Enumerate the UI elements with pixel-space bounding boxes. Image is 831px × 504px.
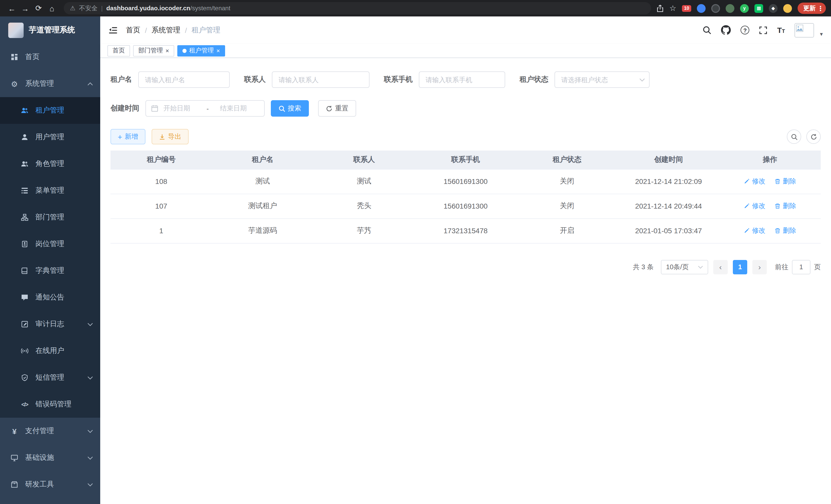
sidebar-item-dev-tools[interactable]: 研发工具 [0,471,100,498]
audit-log-icon [21,321,29,328]
avatar-caret-icon[interactable]: ▾ [820,31,823,37]
sidebar-item-home[interactable]: 首页 [0,44,100,70]
sidebar-item-menus[interactable]: 菜单管理 [0,177,100,204]
share-icon[interactable] [656,4,664,12]
sidebar-item-label: 基础设施 [25,453,54,463]
sidebar-item-label: 字典管理 [35,266,64,275]
sidebar-item-label: 短信管理 [35,373,64,382]
github-icon[interactable] [721,25,731,35]
tab-department[interactable]: 部门管理 × [133,45,174,56]
extension-icon-dark[interactable] [711,4,720,12]
next-page-button[interactable]: › [752,260,767,274]
extension-icon-blue[interactable] [697,4,706,12]
extension-icon-puzzle[interactable]: ◆ [769,4,778,12]
user-avatar[interactable] [795,23,814,37]
app-logo[interactable]: 芋道管理系统 [0,17,100,44]
close-icon[interactable]: × [166,48,169,54]
reset-button[interactable]: 重置 [318,100,356,117]
sidebar-item-tenant[interactable]: 租户管理 [0,97,100,124]
sidebar-collapse-icon[interactable] [109,25,118,35]
cell-tenant-name: 测试租户 [212,194,314,218]
extension-icon-wechat[interactable]: ▩ [754,4,763,12]
tenant-name-input[interactable] [138,71,230,88]
extension-icon-yuque[interactable]: y [740,4,749,12]
delete-link[interactable]: 删除 [774,177,796,186]
extension-icon-green[interactable] [726,4,735,12]
sidebar-item-infrastructure[interactable]: 基础设施 [0,444,100,471]
bookmark-star-icon[interactable]: ☆ [669,4,676,13]
tab-home[interactable]: 首页 [107,45,130,56]
security-label: 不安全 [79,4,98,12]
viewport: ← → ⟳ ⌂ ⚠ 不安全 | dashboard.yudao.iocoder.… [0,0,831,504]
breadcrumb-home[interactable]: 首页 [126,25,140,35]
status-select-input[interactable] [554,71,650,88]
chevron-down-icon [639,78,645,82]
edit-link[interactable]: 修改 [744,201,766,211]
sidebar-item-users[interactable]: 用户管理 [0,124,100,151]
extension-icon-yellow[interactable] [783,4,792,12]
field-label: 租户名 [111,75,132,84]
browser-reload-button[interactable]: ⟳ [32,2,45,15]
sidebar-item-roles[interactable]: 角色管理 [0,151,100,177]
close-icon[interactable]: × [217,48,220,54]
breadcrumb-system[interactable]: 系统管理 [152,25,180,35]
goto-page-input[interactable] [792,260,810,274]
browser-forward-button[interactable]: → [19,2,32,15]
contact-input[interactable] [272,71,370,88]
sidebar-item-audit-log[interactable]: 审计日志 [0,311,100,337]
search-button[interactable]: 搜索 [271,100,309,117]
org-tree-icon [21,214,29,221]
url-domain: dashboard.yudao.iocoder.cn [106,5,191,12]
prev-page-button[interactable]: ‹ [713,260,728,274]
delete-link[interactable]: 删除 [774,201,796,211]
browser-home-button[interactable]: ⌂ [45,2,59,15]
browser-back-button[interactable]: ← [5,2,19,15]
address-bar[interactable]: ⚠ 不安全 | dashboard.yudao.iocoder.cn/syste… [64,2,651,14]
chrome-update-button[interactable]: 更新 ⋮ [798,3,826,14]
sidebar-item-online-users[interactable]: 在线用户 [0,337,100,364]
help-icon[interactable]: ? [741,26,749,34]
sidebar-item-sms[interactable]: 短信管理 [0,364,100,391]
tab-tenant[interactable]: 租户管理 × [177,45,225,56]
extension-badge[interactable]: 10 [682,5,691,11]
goto-page: 前往 页 [775,260,821,274]
column-header: 租户名 [212,151,314,169]
sidebar-item-payment[interactable]: ¥ 支付管理 [0,418,100,444]
toolbar-right-icons [787,129,821,144]
sidebar-item-posts[interactable]: 岗位管理 [0,231,100,258]
cell-tenant-name: 测试 [212,169,314,194]
edit-pencil-icon [744,228,750,234]
sidebar-item-label: 错误码管理 [35,400,71,409]
refresh-table-button[interactable] [806,129,821,144]
page-size-select[interactable]: 10条/页 [661,260,708,274]
delete-link[interactable]: 删除 [774,226,796,235]
date-range-picker[interactable]: 开始日期 - 结束日期 [145,100,265,117]
edit-link[interactable]: 修改 [744,177,766,186]
font-size-icon[interactable]: TT [777,26,785,34]
chevron-down-icon [698,265,703,268]
sidebar-item-system[interactable]: ⚙ 系统管理 [0,70,100,97]
field-label: 租户状态 [520,75,548,84]
field-label: 创建时间 [111,104,139,113]
add-button[interactable]: + 新增 [111,129,145,144]
page-url: dashboard.yudao.iocoder.cn/system/tenant [106,5,230,12]
sidebar-item-label: 用户管理 [35,132,64,142]
sidebar-item-notice[interactable]: 通知公告 [0,284,100,311]
phone-input[interactable] [419,71,505,88]
edit-link[interactable]: 修改 [744,226,766,235]
page-number-button[interactable]: 1 [733,260,747,274]
header-search-icon[interactable] [703,26,711,34]
dashboard-icon [10,53,19,61]
sidebar-item-dictionary[interactable]: 字典管理 [0,258,100,284]
status-select[interactable] [554,71,650,88]
filter-contact: 联系人 [244,71,370,88]
message-bubble-icon [21,294,29,301]
export-button[interactable]: 导出 [152,129,189,144]
sidebar-item-error-codes[interactable]: </> 错误码管理 [0,391,100,418]
trash-icon [774,203,781,209]
fullscreen-icon[interactable] [759,26,767,34]
toggle-search-button[interactable] [787,129,801,144]
browser-menu-icon[interactable]: ⋮ [817,4,824,12]
sidebar-item-departments[interactable]: 部门管理 [0,204,100,231]
refresh-icon [326,105,333,112]
